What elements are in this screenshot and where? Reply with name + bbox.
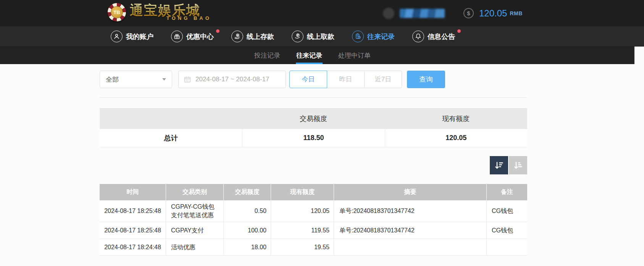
nav-label: 线上取款 bbox=[307, 32, 334, 41]
nav-item-announcements[interactable]: 信息公告 bbox=[412, 31, 455, 42]
nav-label: 我的账户 bbox=[126, 32, 153, 41]
nav-label: 信息公告 bbox=[428, 32, 455, 41]
nav-item-my-account[interactable]: 我的账户 bbox=[111, 31, 153, 42]
deposit-icon bbox=[231, 31, 243, 42]
nav-item-promotions[interactable]: 优惠中心 bbox=[171, 31, 214, 42]
table-row: 2024-08-17 18:25:48 CGPAY-CG钱包支付笔笔送优惠 0.… bbox=[100, 200, 527, 222]
summary-header-row: 交易额度 现有额度 bbox=[100, 108, 527, 129]
tab-label: 投注记录 bbox=[254, 51, 280, 60]
cell-summary: 单号:202408183701347742 bbox=[334, 222, 486, 239]
tab-betting-records[interactable]: 投注记录 bbox=[254, 47, 280, 64]
notification-dot bbox=[216, 29, 220, 33]
cell-balance: 120.05 bbox=[271, 200, 334, 222]
sort-ascending-icon bbox=[513, 160, 523, 171]
calendar-icon bbox=[183, 75, 192, 84]
sort-descending-icon bbox=[494, 160, 504, 171]
summary-header-balance: 现有额度 bbox=[385, 108, 527, 129]
bell-icon bbox=[412, 31, 424, 42]
withdraw-icon bbox=[292, 31, 303, 42]
avatar bbox=[383, 8, 394, 19]
tab-transaction-records[interactable]: 往来记录 bbox=[296, 47, 322, 64]
filter-bar: 全部 2024-08-17 ~ 2024-08-17 今日 昨日 近7日 查询 bbox=[100, 71, 527, 88]
cell-remark bbox=[486, 239, 527, 255]
cell-summary bbox=[334, 239, 486, 255]
nav-item-deposit[interactable]: 线上存款 bbox=[231, 31, 274, 42]
summary-total-row: 总计 118.50 120.05 bbox=[100, 129, 527, 147]
summary-total-label: 总计 bbox=[100, 129, 242, 147]
balance-currency: RMB bbox=[510, 10, 522, 16]
active-tab-underline bbox=[296, 63, 323, 64]
summary-transaction-amount: 118.50 bbox=[242, 129, 384, 147]
cell-amount: 100.00 bbox=[223, 222, 271, 239]
cell-balance: 19.55 bbox=[271, 239, 334, 255]
nav-label: 往来记录 bbox=[367, 32, 395, 41]
notification-dot bbox=[457, 29, 461, 33]
col-header-remark: 备注 bbox=[486, 184, 527, 200]
table-row: 2024-08-17 18:25:48 CGPAY支付 100.00 119.5… bbox=[100, 222, 527, 239]
sub-navigation: 投注记录 往来记录 处理中订单 bbox=[0, 47, 634, 64]
quick-range-group: 今日 昨日 近7日 bbox=[289, 71, 402, 88]
col-header-summary: 摘要 bbox=[334, 184, 486, 200]
sort-descending-button[interactable] bbox=[490, 156, 508, 174]
chip-monogram: TB bbox=[111, 6, 123, 18]
range-button-last7days[interactable]: 近7日 bbox=[364, 71, 402, 88]
cell-summary: 单号:202408183701347742 bbox=[334, 200, 486, 222]
cell-type: CGPAY-CG钱包支付笔笔送优惠 bbox=[166, 200, 223, 222]
balance-amount: 120.05 bbox=[479, 8, 507, 19]
cell-time: 2024-08-17 18:24:48 bbox=[100, 239, 166, 255]
records-icon bbox=[352, 31, 364, 42]
cell-remark: CG钱包 bbox=[486, 222, 527, 239]
logo-subtitle: TONG BAO bbox=[166, 15, 211, 21]
user-icon bbox=[111, 31, 123, 42]
tab-label: 往来记录 bbox=[296, 51, 322, 60]
cell-balance: 119.55 bbox=[271, 222, 334, 239]
nav-item-withdraw[interactable]: 线上取款 bbox=[292, 31, 334, 42]
casino-chip-icon: TB bbox=[108, 3, 126, 21]
username-redacted bbox=[400, 9, 445, 18]
main-navigation: 我的账户 优惠中心 线上存款 线上取款 bbox=[0, 26, 644, 47]
cell-remark: CG钱包 bbox=[486, 200, 527, 222]
col-header-balance: 现有额度 bbox=[271, 184, 334, 200]
col-header-amount: 交易额度 bbox=[223, 184, 271, 200]
section-divider bbox=[100, 97, 527, 98]
summary-table: 交易额度 现有额度 总计 118.50 120.05 bbox=[100, 108, 527, 147]
search-button[interactable]: 查询 bbox=[407, 71, 445, 88]
chevron-down-icon bbox=[162, 78, 166, 81]
sort-ascending-button[interactable] bbox=[509, 156, 527, 174]
sort-controls bbox=[100, 156, 527, 174]
cell-type: CGPAY支付 bbox=[166, 222, 223, 239]
tab-label: 处理中订单 bbox=[338, 51, 371, 60]
balance-display: $ 120.05 RMB bbox=[463, 0, 523, 26]
main-content: 全部 2024-08-17 ~ 2024-08-17 今日 昨日 近7日 查询 … bbox=[100, 71, 527, 256]
date-range-input[interactable]: 2024-08-17 ~ 2024-08-17 bbox=[178, 71, 286, 88]
records-header-row: 时间 交易类别 交易额度 现有额度 摘要 备注 bbox=[100, 184, 527, 200]
site-logo[interactable]: TB 通宝娱乐城 TONG BAO bbox=[108, 3, 211, 21]
date-range-value: 2024-08-17 ~ 2024-08-17 bbox=[195, 76, 269, 83]
cell-time: 2024-08-17 18:25:48 bbox=[100, 200, 166, 222]
user-account[interactable] bbox=[383, 0, 445, 26]
col-header-type: 交易类别 bbox=[166, 184, 223, 200]
range-button-today[interactable]: 今日 bbox=[289, 71, 327, 88]
nav-label: 线上存款 bbox=[247, 32, 274, 41]
type-select-value: 全部 bbox=[106, 75, 119, 84]
range-button-yesterday[interactable]: 昨日 bbox=[327, 71, 365, 88]
top-bar: TB 通宝娱乐城 TONG BAO $ 120.05 RMB bbox=[0, 0, 644, 26]
gift-icon bbox=[171, 31, 183, 42]
summary-header-empty bbox=[100, 108, 242, 129]
table-row: 2024-08-17 18:24:48 活动优惠 18.00 19.55 bbox=[100, 239, 527, 256]
dollar-icon: $ bbox=[463, 8, 474, 18]
cell-time: 2024-08-17 18:25:48 bbox=[100, 222, 166, 239]
cell-type: 活动优惠 bbox=[166, 239, 223, 255]
cell-amount: 0.50 bbox=[223, 200, 271, 222]
type-select[interactable]: 全部 bbox=[100, 71, 172, 88]
nav-label: 优惠中心 bbox=[186, 32, 214, 41]
summary-current-balance: 120.05 bbox=[385, 129, 527, 147]
tab-pending-orders[interactable]: 处理中订单 bbox=[338, 47, 371, 64]
col-header-time: 时间 bbox=[100, 184, 166, 200]
logo-text: 通宝娱乐城 TONG BAO bbox=[130, 3, 211, 21]
summary-header-transaction: 交易额度 bbox=[242, 108, 384, 129]
records-table: 时间 交易类别 交易额度 现有额度 摘要 备注 2024-08-17 18:25… bbox=[100, 184, 527, 256]
cell-amount: 18.00 bbox=[223, 239, 271, 255]
nav-item-transaction-records[interactable]: 往来记录 bbox=[352, 31, 395, 42]
